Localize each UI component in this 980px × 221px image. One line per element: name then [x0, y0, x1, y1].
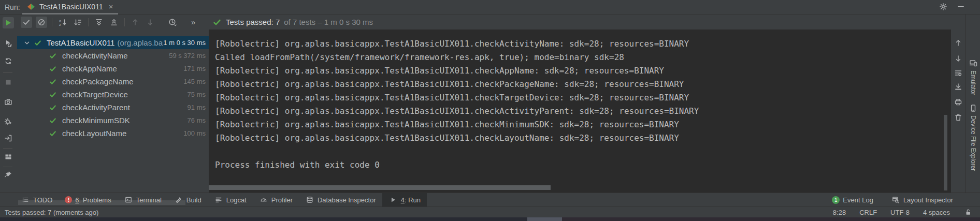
tool-window-button-todo[interactable]: TODO [15, 193, 59, 207]
test-name: checkTargetDevice [62, 90, 128, 99]
stop-icon [4, 78, 13, 87]
event-log-badge: 1 [832, 196, 840, 204]
sort-alpha-icon: az [58, 18, 67, 27]
tool-strip-emulator[interactable]: Emulator [966, 58, 980, 95]
test-duration: 100 ms [183, 129, 209, 137]
file-encoding[interactable]: UTF-8 [890, 209, 910, 216]
profiler-attach-icon [4, 117, 13, 126]
pin-tab-button[interactable] [3, 169, 14, 180]
collapse-all-button[interactable] [108, 17, 120, 28]
tool-window-button-problems[interactable]: ! 6: Problems [59, 193, 117, 207]
test-passed-icon [33, 38, 42, 48]
test-duration: 91 ms [188, 104, 209, 111]
circle-slash-icon [37, 18, 46, 27]
collapse-all-icon [109, 18, 119, 27]
test-row[interactable]: checkActivityName 59 s 372 ms [17, 49, 209, 62]
tool-window-button-logcat[interactable]: Logcat [208, 193, 253, 207]
root-test-duration: 1 m 0 s 30 ms [163, 39, 209, 47]
test-row[interactable]: checkTargetDevice 75 ms [17, 88, 209, 101]
test-row[interactable]: checkMinimumSDK 76 ms [17, 114, 209, 127]
clear-all-icon[interactable] [954, 113, 963, 122]
sort-alphabetically-button[interactable]: az [57, 17, 68, 28]
test-duration: 145 ms [183, 78, 209, 85]
expand-all-icon [94, 18, 104, 27]
tab-test-run[interactable]: TestA1BasicUIX011 × [22, 0, 118, 14]
test-duration: 75 ms [188, 91, 209, 98]
tool-strip-label: Emulator [970, 70, 977, 95]
right-tool-strip: Emulator Device File Explorer [965, 14, 980, 193]
tool-window-button-profiler[interactable]: Profiler [253, 193, 299, 207]
print-icon[interactable] [954, 97, 963, 107]
test-row[interactable]: checkPackageName 145 ms [17, 75, 209, 88]
tree-root-row[interactable]: TestA1BasicUIX011 (org.aplas.basi 1 m 0 … [17, 36, 209, 49]
show-passed-toggle[interactable] [21, 17, 32, 28]
toolbar-overflow-icon[interactable]: » [191, 18, 195, 26]
tool-window-button-build[interactable]: Build [168, 193, 208, 207]
console-horizontal-scrollbar[interactable] [209, 185, 551, 190]
logcat-icon [214, 195, 223, 204]
import-tests-button[interactable] [3, 132, 14, 144]
scroll-up-icon[interactable] [954, 38, 963, 48]
tool-strip-device-file-explorer[interactable]: Device File Explorer [966, 104, 980, 171]
status-message[interactable]: Tests passed: 7 (moments ago) [5, 209, 98, 216]
tab-close-icon[interactable]: × [109, 3, 113, 10]
test-name: checkActivityParent [62, 103, 130, 112]
check-icon [22, 18, 31, 27]
gear-icon[interactable] [939, 2, 948, 11]
chevron-down-icon[interactable] [22, 38, 32, 48]
toggle-auto-test-button[interactable] [3, 55, 14, 67]
refresh-icon [4, 56, 13, 66]
layout-inspector-icon [891, 195, 900, 204]
stop-button[interactable] [3, 77, 14, 88]
scroll-down-icon[interactable] [954, 54, 963, 63]
run-main: az » Tests passed: 7 of 7 tests – 1 m 0 … [0, 14, 980, 193]
test-passed-icon [48, 90, 57, 99]
rerun-failed-icon [4, 38, 13, 48]
layout-inspector-button[interactable]: Layout Inspector [885, 195, 959, 204]
test-history-button[interactable] [167, 17, 178, 28]
tool-window-button-terminal[interactable]: Terminal [118, 193, 168, 207]
console-toolbar [951, 14, 965, 193]
test-row[interactable]: checkLayoutName 100 ms [17, 127, 209, 140]
unlock-icon[interactable] [963, 208, 973, 217]
next-failed-test-button[interactable] [145, 17, 156, 28]
test-name: checkActivityName [62, 51, 128, 60]
console-vertical-scrollbar[interactable] [944, 115, 947, 190]
test-toolbar: az » [19, 14, 209, 30]
emulator-icon [969, 58, 978, 68]
layout-icon [4, 152, 13, 161]
tests-passed-check-icon [212, 18, 222, 27]
caret-position[interactable]: 8:28 [833, 209, 846, 216]
root-test-package: (org.aplas.basi [117, 38, 163, 47]
sort-by-duration-button[interactable] [72, 17, 83, 28]
bottom-bar-items: TODO ! 6: Problems Terminal Build Logcat [15, 193, 427, 207]
console-output[interactable]: [Robolectric] org.aplas.basicappx.TestA1… [215, 37, 699, 172]
event-log-button[interactable]: 1 Event Log [826, 196, 880, 204]
previous-failed-test-button[interactable] [129, 17, 141, 28]
tool-window-button-run[interactable]: 4: Run [382, 193, 427, 207]
tool-window-button-databaseinspector[interactable]: Database Inspector [299, 193, 382, 207]
hide-window-icon[interactable] [956, 2, 965, 11]
expand-all-button[interactable] [93, 17, 105, 28]
show-ignored-toggle[interactable] [36, 17, 47, 28]
summary-strong: Tests passed: 7 [226, 18, 280, 26]
indent-setting[interactable]: 4 spaces [923, 209, 950, 216]
sort-duration-icon [73, 18, 82, 27]
run-tool-window: Run: TestA1BasicUIX011 × az [0, 0, 980, 221]
test-row[interactable]: checkActivityParent 91 ms [17, 101, 209, 114]
layout-settings-button[interactable] [3, 151, 14, 163]
rerun-button[interactable] [3, 17, 14, 28]
test-name: checkPackageName [62, 77, 134, 86]
test-name: checkMinimumSDK [62, 116, 130, 125]
test-duration: 59 s 372 ms [169, 52, 209, 60]
test-row[interactable]: checkAppName 171 ms [17, 62, 209, 75]
line-ending[interactable]: CRLF [859, 209, 877, 216]
scroll-to-end-icon[interactable] [954, 82, 963, 92]
attach-profiler-button[interactable] [3, 116, 14, 127]
soft-wrap-icon[interactable] [954, 68, 963, 78]
camera-icon [4, 97, 13, 107]
rerun-failed-tests-button[interactable] [3, 37, 14, 49]
test-passed-icon [48, 64, 57, 73]
screenshot-button[interactable] [3, 96, 14, 108]
console-panel[interactable]: [Robolectric] org.aplas.basicappx.TestA1… [209, 30, 951, 193]
